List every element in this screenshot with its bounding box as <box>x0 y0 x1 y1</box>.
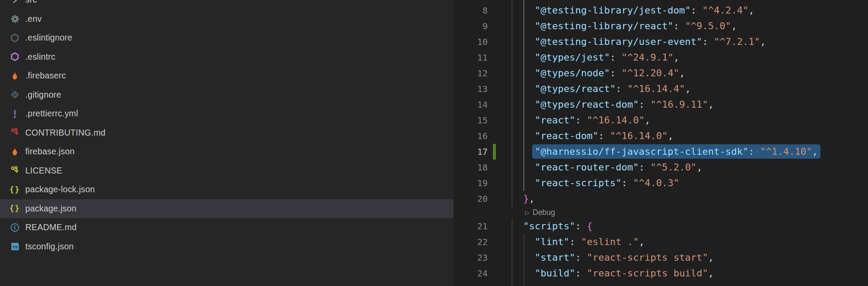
code-line-21[interactable]: 21 "scripts": { <box>454 218 868 234</box>
code-line-23[interactable]: 23 "start": "react-scripts start", <box>454 250 868 266</box>
file-item-package-json[interactable]: {} package.json <box>0 199 454 218</box>
file-label: README.md <box>25 222 77 232</box>
exclamation-icon <box>8 107 21 120</box>
code-text: "@types/react": "^16.14.4", <box>512 81 691 97</box>
line-number[interactable]: 11 <box>454 50 488 65</box>
json-key: "@testing-library/jest-dom" <box>535 5 691 16</box>
info-circle-icon <box>8 221 21 234</box>
json-value: "^16.14.0" <box>587 115 644 126</box>
indent <box>512 36 535 47</box>
json-key: "react-dom" <box>535 130 598 141</box>
file-item-eslintignore[interactable]: .eslintignore <box>0 28 454 48</box>
file-item-license[interactable]: LICENSE <box>0 161 454 180</box>
code-text: "@types/jest": "^24.9.1", <box>512 50 679 65</box>
codelens-debug-link[interactable]: ▷Debug <box>525 207 555 218</box>
json-value: "^12.20.4" <box>622 68 679 78</box>
line-number-active[interactable]: 17 <box>454 144 488 160</box>
code-line-15[interactable]: 15 "react": "^16.14.0", <box>454 112 868 128</box>
file-label: .env <box>25 14 42 24</box>
codelens-row: ▷Debug <box>454 207 868 218</box>
file-item-env[interactable]: .env <box>0 10 454 29</box>
indent <box>512 193 523 204</box>
code-line-17[interactable]: 17 "@harnessio/ff-javascript-client-sdk"… <box>454 144 868 160</box>
json-key: "react" <box>535 115 575 126</box>
indent <box>512 5 535 16</box>
line-number[interactable]: 8 <box>454 3 488 18</box>
indent <box>512 99 535 110</box>
punctuation: : <box>673 20 685 31</box>
line-number[interactable]: 19 <box>454 175 488 191</box>
code-line-20[interactable]: 20 }, <box>454 191 868 207</box>
code-line-12[interactable]: 12 "@types/node": "^12.20.4", <box>454 65 868 81</box>
line-number[interactable]: 12 <box>454 65 488 81</box>
code-line-18[interactable]: 18 "react-router-dom": "^5.2.0", <box>454 160 868 175</box>
folder-label: src <box>25 0 37 5</box>
line-number[interactable]: 18 <box>454 160 488 175</box>
file-item-package-lock-json[interactable]: {} package-lock.json <box>0 180 454 199</box>
file-label: tsconfig.json <box>25 242 74 252</box>
code-line-9[interactable]: 9 "@testing-library/react": "^9.5.0", <box>454 18 868 34</box>
play-outline-icon: ▷ <box>525 209 530 216</box>
indent <box>512 236 535 247</box>
line-number[interactable]: 13 <box>454 81 488 97</box>
json-braces-icon: {} <box>8 183 21 196</box>
line-number[interactable]: 22 <box>454 234 488 250</box>
punctuation: : <box>575 115 587 126</box>
json-value: "react-scripts start" <box>587 252 708 263</box>
closing-brace: } <box>523 193 529 204</box>
code-line-22[interactable]: 22 "lint": "eslint .", <box>454 234 868 250</box>
line-number[interactable]: 10 <box>454 34 488 50</box>
punctuation: : <box>575 268 587 279</box>
line-number[interactable]: 21 <box>454 218 488 234</box>
code-text: "@testing-library/react": "^9.5.0", <box>512 18 737 34</box>
json-key: "scripts" <box>523 221 575 232</box>
line-number[interactable]: 23 <box>454 250 488 266</box>
file-label: firebase.json <box>25 146 75 157</box>
code-text: "react-scripts": "^4.0.3" <box>512 175 679 191</box>
firebase-flame-icon <box>8 69 21 82</box>
file-item-prettierrc-yml[interactable]: .prettierrc.yml <box>0 104 454 123</box>
file-item-firebase-json[interactable]: firebase.json <box>0 142 454 161</box>
code-line-11[interactable]: 11 "@types/jest": "^24.9.1", <box>454 50 868 65</box>
code-line-8[interactable]: 8 "@testing-library/jest-dom": "^4.2.4", <box>454 3 868 18</box>
json-key: "build" <box>535 268 575 279</box>
code-text: "scripts": { <box>512 218 592 234</box>
folder-item-src[interactable]: src <box>0 0 454 10</box>
code-editor[interactable]: 7 "@blueprintjs/datetime": "^3.18.6", 8 … <box>454 0 868 286</box>
file-item-readme-md[interactable]: README.md <box>0 218 454 237</box>
code-line-24[interactable]: 24 "build": "react-scripts build", <box>454 266 868 281</box>
code-text: "@types/react-dom": "^16.9.11", <box>512 97 714 112</box>
code-line-19[interactable]: 19 "react-scripts": "^4.0.3" <box>454 175 868 191</box>
file-label: package-lock.json <box>25 184 95 194</box>
punctuation: , <box>760 36 766 47</box>
file-item-tsconfig-json[interactable]: TS tsconfig.json <box>0 237 454 256</box>
json-value: "^16.14.4" <box>627 83 685 94</box>
code-line-10[interactable]: 10 "@testing-library/user-event": "^7.2.… <box>454 34 868 50</box>
code-text: "build": "react-scripts build", <box>512 266 714 281</box>
code-line-13[interactable]: 13 "@types/react": "^16.14.4", <box>454 81 868 97</box>
git-diamond-icon <box>8 88 21 101</box>
punctuation: , <box>812 146 818 157</box>
file-item-gitignore[interactable]: .gitignore <box>0 85 454 105</box>
eslint-hexagon-icon <box>8 31 21 44</box>
line-number[interactable]: 16 <box>454 128 488 144</box>
line-number[interactable]: 14 <box>454 97 488 112</box>
line-number[interactable]: 20 <box>454 191 488 207</box>
opening-brace: { <box>587 221 592 232</box>
indent <box>512 221 523 232</box>
file-item-eslintrc[interactable]: .eslintrc <box>0 48 454 67</box>
file-item-firebaserc[interactable]: .firebaserc <box>0 66 454 85</box>
file-item-contributing-md[interactable]: CONTRIBUTING.md <box>0 123 454 143</box>
line-number[interactable]: 15 <box>454 112 488 128</box>
line-number[interactable]: 9 <box>454 18 488 34</box>
punctuation: : <box>639 99 650 110</box>
punctuation: : <box>610 68 622 78</box>
punctuation: , <box>708 99 714 110</box>
punctuation: : <box>569 236 581 247</box>
code-line-14[interactable]: 14 "@types/react-dom": "^16.9.11", <box>454 97 868 112</box>
json-value: "eslint ." <box>581 236 639 247</box>
line-number[interactable]: 24 <box>454 266 488 281</box>
json-key: "@types/jest" <box>535 52 610 63</box>
codelens-label: Debug <box>533 208 555 217</box>
code-line-16[interactable]: 16 "react-dom": "^16.14.0", <box>454 128 868 144</box>
